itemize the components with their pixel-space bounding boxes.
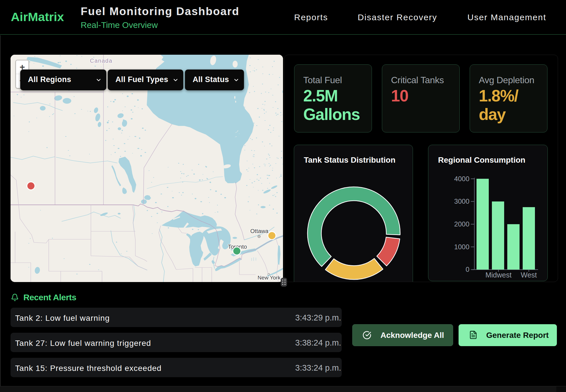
svg-text:3000: 3000 bbox=[454, 197, 469, 205]
svg-text:Midwest: Midwest bbox=[485, 271, 512, 279]
svg-text:1000: 1000 bbox=[454, 243, 469, 251]
svg-text:Canada: Canada bbox=[90, 58, 112, 64]
svg-text:2000: 2000 bbox=[454, 220, 469, 228]
svg-text:New York: New York bbox=[258, 275, 281, 281]
svg-text:Ottawa: Ottawa bbox=[250, 228, 268, 234]
svg-text:0: 0 bbox=[466, 266, 469, 273]
svg-text:West: West bbox=[521, 271, 537, 279]
svg-text:4000: 4000 bbox=[454, 175, 469, 183]
